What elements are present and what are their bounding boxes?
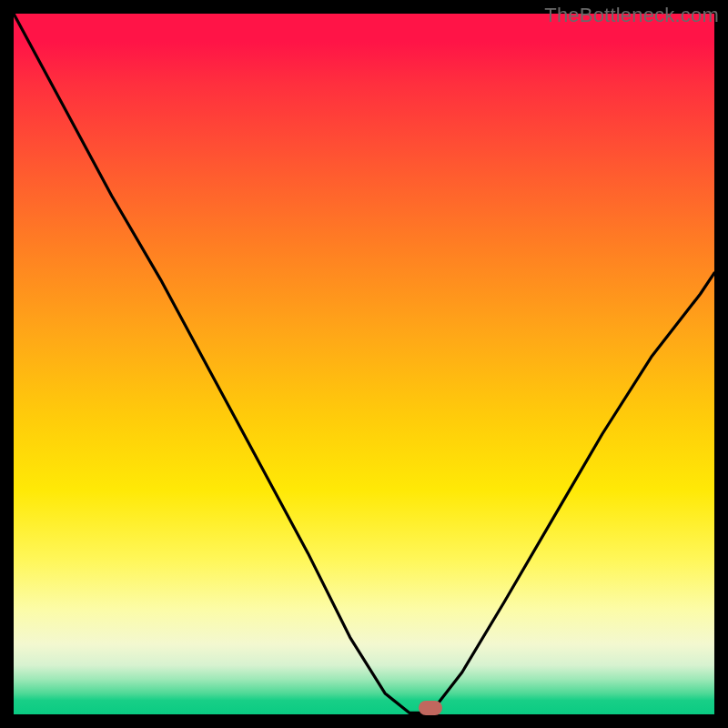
optimum-marker — [419, 701, 442, 715]
plot-area — [14, 14, 714, 714]
chart-container: TheBottleneck.com — [0, 0, 728, 728]
curve-svg — [14, 14, 714, 714]
source-attribution: TheBottleneck.com — [544, 4, 719, 27]
bottleneck-curve — [14, 14, 714, 713]
